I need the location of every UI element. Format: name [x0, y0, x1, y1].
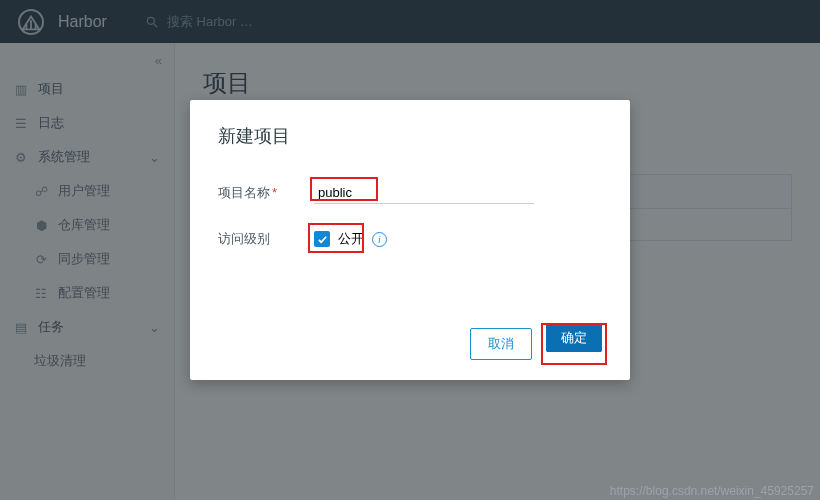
public-checkbox[interactable]	[314, 231, 330, 247]
confirm-button[interactable]: 确定	[546, 323, 602, 352]
info-icon[interactable]: i	[372, 232, 387, 247]
project-name-row: 项目名称*	[218, 182, 602, 204]
project-name-input[interactable]	[314, 182, 534, 204]
public-checkbox-label: 公开	[338, 230, 364, 248]
dialog-title: 新建项目	[218, 124, 602, 148]
dialog-actions: 取消 确定	[218, 328, 602, 360]
cancel-button[interactable]: 取消	[470, 328, 532, 360]
modal-overlay: 新建项目 项目名称* 访问级别 公开 i	[0, 0, 820, 500]
source-watermark: https://blog.csdn.net/weixin_45925257	[610, 484, 814, 498]
access-level-row: 访问级别 公开 i	[218, 230, 602, 248]
project-name-label: 项目名称*	[218, 184, 314, 202]
new-project-dialog: 新建项目 项目名称* 访问级别 公开 i	[190, 100, 630, 380]
access-level-label: 访问级别	[218, 230, 314, 248]
